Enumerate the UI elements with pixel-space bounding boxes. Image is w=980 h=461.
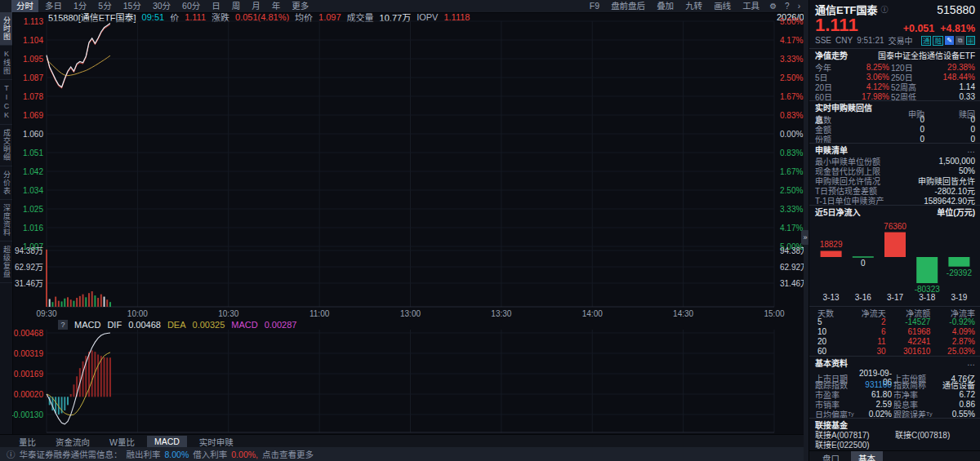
plus-icon[interactable]: ＋	[966, 36, 975, 45]
pct-axis-label: 0.83%	[780, 111, 803, 120]
period-tab[interactable]: 周	[227, 0, 246, 12]
toolbar-tool[interactable]: 九转	[680, 0, 707, 12]
price-change: +0.051	[903, 23, 935, 34]
macd-histogram-bar	[55, 397, 56, 413]
flow-cell: 10	[815, 327, 841, 336]
inflow-value-label: -29392	[947, 268, 973, 277]
nav-row-value: 8.25%	[844, 63, 891, 72]
inflow-bar	[948, 257, 969, 267]
linked-fund-link[interactable]: 联接A(007817)	[815, 431, 895, 441]
price-change-pct: +4.81%	[940, 23, 975, 34]
indicator-tab[interactable]: 资金流向	[48, 435, 97, 449]
period-tab[interactable]: 60分	[177, 0, 205, 12]
indicator-tabs: 量比资金流向W量比MACD实时申赎	[0, 434, 815, 448]
toolbar-tool[interactable]: 工具	[737, 0, 764, 12]
nav-row: 5日3.06%250日148.44%	[815, 71, 975, 81]
nav-row-value: 3.06%	[844, 73, 891, 82]
toolbar-tool[interactable]: 盘前盘后	[606, 0, 650, 12]
overlay-icon[interactable]: ⧉	[956, 36, 964, 45]
basic-row-value[interactable]: 931160	[858, 380, 893, 389]
basic-row: 日均偏离ᵀʸ0.02%跟踪误差ᵀʸ0.55%	[815, 408, 975, 418]
macd-histogram-bar	[70, 394, 72, 397]
settings-gear-icon[interactable]: ⚙	[766, 2, 780, 11]
pct-axis-label: 3.33%	[780, 55, 803, 64]
macd-axis-label: 0.00468	[14, 330, 44, 338]
toolbar-tool-group: F9盘前盘后叠加九转画线工具	[585, 0, 764, 12]
volume-bar	[55, 297, 56, 307]
pct-axis-label: 2.50%	[780, 186, 803, 195]
info-icon[interactable]: ⓘ	[881, 4, 889, 15]
macd-chart[interactable]: 0.004680.003190.001690.00020-0.00130	[12, 330, 804, 434]
macd-title[interactable]: MACD	[74, 320, 100, 330]
indicator-tab[interactable]: 量比	[11, 435, 43, 449]
chevron-right-icon[interactable]: ›	[795, 2, 804, 11]
volume-bar	[88, 293, 90, 307]
period-tab[interactable]: 月	[247, 0, 265, 12]
inflow-category-label: 3-19	[951, 293, 967, 302]
linked-fund-link[interactable]: 联接E(022500)	[815, 441, 895, 450]
price-axis-label: 1.051	[23, 148, 43, 157]
sidebar-item[interactable]: K线图	[0, 46, 12, 80]
volume-axis-label: 31.46万	[15, 279, 43, 288]
volume-bar	[82, 295, 84, 307]
net-inflow-chart: 188293-1303-16763603-17-803233-18-293923…	[815, 218, 975, 304]
status-more-link[interactable]: 点击查看更多	[262, 448, 314, 460]
inflow-unit: 单位(万元)	[937, 206, 975, 218]
macd-histogram-bar	[104, 357, 105, 397]
subscribe-value: 0	[879, 125, 924, 134]
help-icon[interactable]: ?	[782, 2, 793, 11]
status-bar: ⓘ 华泰证券融券通供需信息： 融出利率 8.00% 借入利率 0.00%, 点击…	[0, 447, 810, 461]
toolbar-tool[interactable]: 画线	[709, 0, 736, 12]
volume-bar	[67, 297, 69, 307]
sidebar-item[interactable]: 分时图	[0, 12, 12, 46]
period-tab[interactable]: 分时	[11, 0, 38, 12]
flow-cell: 301610	[886, 347, 931, 356]
linked-fund-link[interactable]: 联接C(007818)	[895, 431, 975, 441]
price-axis-label: 1.104	[23, 36, 43, 45]
volume-axis-label: 94.38万	[780, 246, 804, 255]
basic-title: 基本资料	[815, 357, 848, 369]
inflow-title: 近5日净流入	[815, 206, 861, 218]
volume-bar	[61, 301, 63, 307]
macd-help-icon[interactable]: ?	[58, 320, 68, 330]
pencil-icon[interactable]: ✎	[945, 36, 954, 45]
subscribe-value: 0	[879, 115, 924, 124]
macd-histogram-bar	[64, 397, 65, 410]
volume-bar	[85, 297, 87, 307]
flow-cell: 11	[841, 337, 886, 346]
nav-row-value: 1.14	[929, 82, 975, 91]
sidebar-item[interactable]: 超级复盘	[0, 242, 12, 283]
realtime-row: 金额00	[815, 123, 975, 133]
redemption-row: T-1日单位申赎资产1589642.90元	[815, 195, 975, 205]
more-icon[interactable]: …	[967, 358, 975, 367]
toolbar-tool[interactable]: 叠加	[652, 0, 679, 12]
pct-axis-label: 5.00%	[780, 17, 803, 26]
sidebar-item[interactable]: 分价表	[0, 166, 12, 200]
quote-tab[interactable]: 盘口	[815, 451, 847, 461]
period-tab[interactable]: 年	[267, 0, 286, 12]
price-axis-label: 1.060	[23, 130, 43, 139]
macd-histogram-bar	[91, 350, 93, 397]
sidebar-item[interactable]: 深度资料	[0, 200, 12, 242]
intraday-chart[interactable]: 1.1135.00%1.1044.17%1.0953.33%1.0872.50%…	[12, 11, 804, 319]
indicator-tab[interactable]: 实时申赎	[192, 435, 241, 449]
more-icon[interactable]: …	[967, 145, 975, 154]
price-axis-label: 1.087	[23, 73, 43, 82]
price-axis-label: 1.025	[23, 205, 43, 214]
nav-row-value: 29.38%	[929, 63, 975, 72]
price-axis-label: 1.016	[23, 224, 43, 233]
quote-tab[interactable]: 基本	[851, 451, 883, 461]
borrow-rate-value: 0.00%,	[231, 450, 258, 459]
basic-row: 市销率2.59股息率0.86	[815, 398, 975, 408]
volume-bar	[109, 302, 111, 307]
macd-histogram-bar	[73, 384, 74, 397]
quote-panel: 通信ETF国泰 ⓘ 515880 1.111 +0.051 +4.81% SSE…	[808, 0, 980, 461]
toolbar-tool[interactable]: F9	[585, 0, 604, 12]
indicator-tab[interactable]: MACD	[147, 436, 187, 447]
indicator-tab[interactable]: W量比	[102, 435, 142, 449]
sidebar-item[interactable]: 成交明细	[0, 125, 12, 166]
flow-table-row: 2011422412.87%	[815, 336, 975, 346]
sidebar-item[interactable]: TICK	[0, 80, 12, 125]
volume-bar	[100, 295, 102, 307]
inflow-bar	[916, 257, 938, 283]
